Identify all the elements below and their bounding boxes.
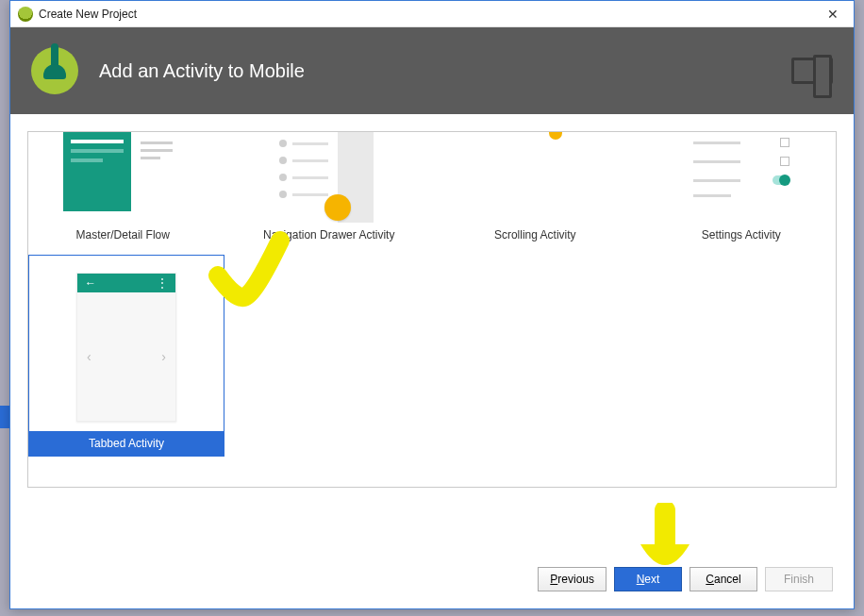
badge-icon — [549, 132, 562, 140]
checkbox-icon — [780, 138, 789, 147]
cancel-button[interactable]: Cancel — [690, 567, 757, 591]
button-label: Next — [637, 573, 660, 586]
banner: Add an Activity to Mobile — [10, 27, 854, 114]
button-label: Finish — [784, 573, 814, 586]
button-label: Cancel — [706, 573, 740, 586]
template-preview — [475, 132, 594, 223]
fab-icon — [324, 194, 351, 221]
templates-panel: Master/Detail Flow Navigation Drawer Act… — [27, 131, 837, 488]
template-preview — [63, 132, 182, 223]
toggle-icon — [773, 175, 789, 185]
overflow-menu-icon: ⋮ — [157, 276, 168, 290]
page-title: Add an Activity to Mobile — [99, 60, 305, 82]
android-logo-icon — [31, 47, 78, 94]
template-scrolling[interactable]: Scrolling Activity — [440, 132, 630, 249]
close-icon: ✕ — [827, 7, 839, 22]
template-label: Scrolling Activity — [494, 228, 576, 249]
window-title: Create New Project — [39, 8, 137, 21]
template-preview — [270, 132, 389, 223]
chevron-right-icon: › — [161, 349, 166, 364]
template-nav-drawer[interactable]: Navigation Drawer Activity — [235, 132, 424, 249]
back-arrow-icon: ← — [85, 276, 96, 290]
close-button[interactable]: ✕ — [812, 1, 854, 27]
template-master-detail[interactable]: Master/Detail Flow — [28, 132, 218, 249]
previous-button[interactable]: Previous — [538, 567, 606, 591]
android-studio-icon — [18, 7, 33, 22]
next-button[interactable]: Next — [614, 567, 682, 591]
button-label: Previous — [550, 573, 594, 586]
templates-row-2: ← ⋮ ‹ › Tabbed Activity — [28, 255, 836, 457]
decorative-left-edge — [0, 406, 9, 428]
template-tabbed-activity[interactable]: ← ⋮ ‹ › Tabbed Activity — [28, 255, 224, 457]
template-settings[interactable]: Settings Activity — [647, 132, 837, 249]
template-label: Tabbed Activity — [29, 431, 224, 456]
dialog-window: Create New Project ✕ Add an Activity to … — [9, 0, 855, 609]
device-combo-icon — [791, 58, 833, 84]
template-label: Master/Detail Flow — [76, 228, 170, 249]
finish-button: Finish — [765, 567, 833, 591]
titlebar: Create New Project ✕ — [10, 1, 854, 27]
checkbox-icon — [780, 157, 789, 166]
chevron-left-icon: ‹ — [87, 349, 91, 364]
wizard-buttons: Previous Next Cancel Finish — [538, 567, 833, 591]
template-preview: ← ⋮ ‹ › — [67, 263, 186, 431]
template-label: Navigation Drawer Activity — [263, 228, 394, 249]
content: Master/Detail Flow Navigation Drawer Act… — [10, 114, 854, 505]
template-label: Settings Activity — [702, 228, 781, 249]
templates-row-1: Master/Detail Flow Navigation Drawer Act… — [28, 132, 836, 249]
template-preview — [682, 132, 801, 223]
